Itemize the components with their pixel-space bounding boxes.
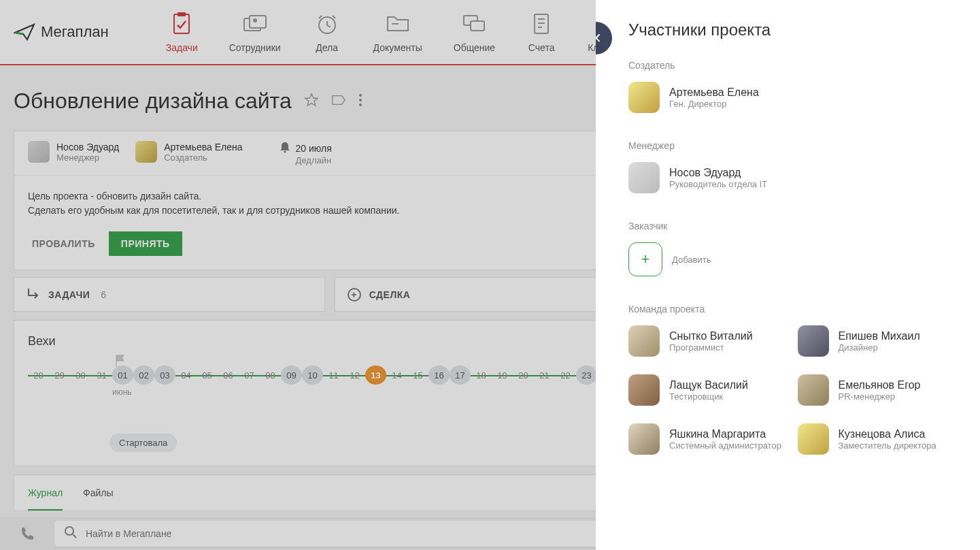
section-title: Менеджер [628,140,953,151]
person-role: PR-менеджер [839,391,921,402]
person-item[interactable]: Емельянов ЕгорPR-менеджер [798,374,953,406]
person-item[interactable]: Носов Эдуард Руководитель отдела IT [628,162,953,193]
participants-panel: ✕ Участники проекта Создатель Артемьева … [596,0,980,550]
avatar [628,423,660,455]
avatar [628,374,660,406]
person-name: Артемьева Елена [669,86,759,99]
avatar [628,325,660,357]
section-customer: Заказчик + Добавить [628,221,953,276]
section-creator: Создатель Артемьева Елена Ген. Директор [628,60,953,113]
person-role: Программист [669,342,753,353]
avatar [798,325,829,357]
close-icon: ✕ [596,30,602,46]
person-name: Епишев Михаил [839,330,920,342]
person-item[interactable]: Епишев МихаилДизайнер [798,325,953,357]
person-item[interactable]: Артемьева Елена Ген. Директор [628,82,953,113]
person-name: Лащук Василий [669,379,748,391]
section-team: Команда проекта Снытко ВиталийПрограммис… [628,304,953,455]
avatar [798,423,829,455]
person-name: Снытко Виталий [669,330,753,342]
add-customer[interactable]: + Добавить [628,242,953,276]
section-title: Команда проекта [628,304,953,314]
person-item[interactable]: Снытко ВиталийПрограммист [628,325,784,357]
person-name: Яшкина Маргарита [669,428,781,440]
person-role: Системный администратор [669,440,781,451]
close-button[interactable]: ✕ [596,22,612,54]
person-role: Дизайнер [839,342,920,353]
person-role: Тестировщик [669,391,748,402]
plus-icon: + [628,242,662,276]
person-role: Руководитель отдела IT [669,179,767,189]
person-item[interactable]: Кузнецова АлисаЗаместитель директора [798,423,953,455]
person-name: Емельянов Егор [839,379,921,391]
avatar [628,162,660,193]
person-item[interactable]: Яшкина МаргаритаСистемный администратор [628,423,784,455]
avatar [798,374,829,406]
section-manager: Менеджер Носов Эдуард Руководитель отдел… [628,140,953,193]
avatar [628,82,660,113]
person-name: Кузнецова Алиса [839,428,936,440]
person-role: Ген. Директор [669,99,759,109]
panel-title: Участники проекта [628,20,953,39]
section-title: Создатель [628,60,953,71]
add-label: Добавить [672,255,711,265]
team-grid: Снытко ВиталийПрограммистЕпишев МихаилДи… [628,325,953,455]
person-name: Носов Эдуард [669,167,767,179]
person-role: Заместитель директора [839,440,936,451]
person-item[interactable]: Лащук ВасилийТестировщик [628,374,784,406]
section-title: Заказчик [628,221,953,231]
